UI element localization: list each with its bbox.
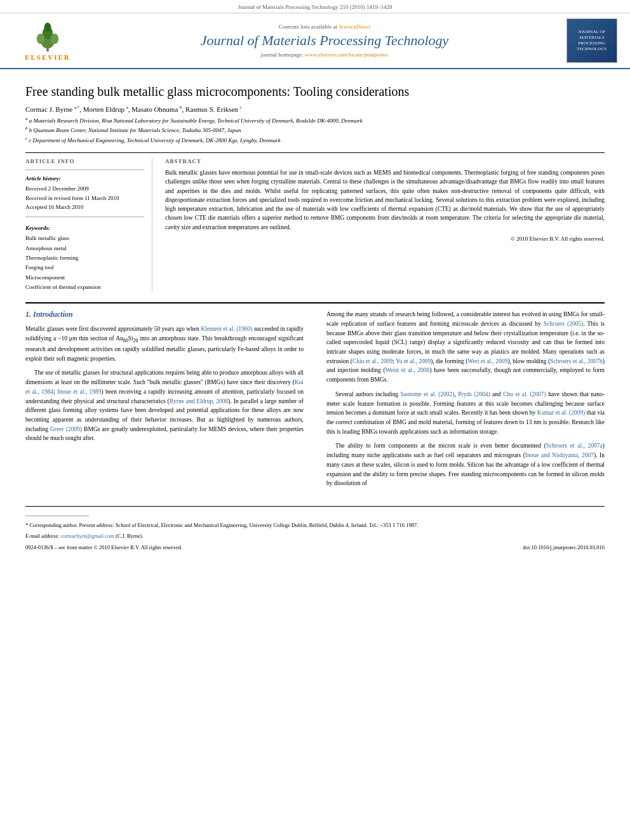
cover-text: JOURNAL OF MATERIALS PROCESSING TECHNOLO…	[567, 27, 617, 55]
received-date: Received 2 December 2009	[25, 184, 144, 193]
contents-label: Contents lists available at	[279, 23, 337, 30]
abstract-col: ABSTRACT Bulk metallic glasses have enor…	[165, 158, 605, 292]
journal-citation-text: Journal of Materials Processing Technolo…	[238, 4, 392, 10]
affiliation-a: a a Materials Research Division, Risø Na…	[25, 116, 605, 126]
divider2	[25, 217, 144, 217]
doi-text: doi:10.1016/j.jmatprotec.2010.03.016	[523, 544, 605, 550]
footer-section: * Corresponding author. Present address:…	[25, 506, 605, 550]
main-content: Free standing bulk metallic glass microc…	[0, 69, 630, 563]
article-info-abstract: ARTICLE INFO Article history: Received 2…	[25, 152, 605, 292]
body-para-3: Among the many strands of research being…	[326, 310, 605, 385]
page-wrapper: Journal of Materials Processing Technolo…	[0, 0, 630, 563]
copyright-line: © 2010 Elsevier B.V. All rights reserved…	[165, 236, 605, 242]
email-suffix: (C.J. Byrne).	[116, 533, 144, 539]
ref-schroers[interactable]: Schroers (2005)	[544, 321, 584, 327]
ref-greer[interactable]: Greer (2009)	[50, 426, 82, 432]
email-link[interactable]: cormacbyrn@gmail.com	[60, 533, 114, 539]
journal-homepage: journal homepage: www.elsevier.com/locat…	[89, 51, 560, 58]
ref-inoue-nishiyama[interactable]: Inoue and Nishiyama, 2007	[525, 452, 594, 458]
ref-chu[interactable]: Chu et al. (2007)	[503, 391, 546, 397]
elsevier-tree-icon	[29, 20, 67, 52]
keyword-6: Coefficient of thermal expansion	[25, 283, 144, 292]
keywords-title: Keywords:	[25, 225, 144, 231]
history-title: Article history:	[25, 175, 144, 182]
article-title: Free standing bulk metallic glass microc…	[25, 83, 605, 100]
body-para-4: Several authors including Saotome et al.…	[326, 390, 605, 437]
copyright-notice: 0924-0136/$ – see front matter © 2010 El…	[25, 544, 182, 550]
keyword-2: Amorphous metal	[25, 244, 144, 253]
footer-bottom: 0924-0136/$ – see front matter © 2010 El…	[25, 544, 605, 550]
email-line: E-mail address: cormacbyrn@gmail.com (C.…	[25, 532, 605, 540]
affiliation-b: b b Quantum Beam Center, National Instit…	[25, 125, 605, 135]
body-para-1: Metallic glasses were first discovered a…	[25, 324, 304, 363]
journal-title-area: Contents lists available at ScienceDirec…	[83, 23, 566, 58]
ref-weist[interactable]: Weist et al., 2008	[385, 367, 430, 373]
section1-title: 1. Introduction	[25, 310, 304, 319]
journal-title: Journal of Materials Processing Technolo…	[89, 32, 560, 49]
keyword-5: Microcomponent	[25, 273, 144, 283]
body-para-5: The ability to form components at the mi…	[326, 441, 605, 488]
homepage-label: journal homepage:	[261, 51, 304, 58]
keyword-4: Forging tool	[25, 263, 144, 272]
sciencedirect-link[interactable]: ScienceDirect	[338, 23, 370, 30]
journal-citation-bar: Journal of Materials Processing Technolo…	[0, 0, 630, 13]
ref-pryds[interactable]: Pryds (2004)	[458, 391, 490, 397]
ref-schroers2007b[interactable]: Schroers et al., 2007b	[550, 358, 603, 364]
body-section: 1. Introduction Metallic glasses were fi…	[25, 302, 605, 493]
body-right-col: Among the many strands of research being…	[321, 310, 605, 493]
body-left-col: 1. Introduction Metallic glasses were fi…	[25, 310, 309, 493]
ref-schroers2007a[interactable]: Schroers et al., 2007a	[546, 443, 603, 449]
corresponding-author-note: * Corresponding author. Present address:…	[25, 521, 605, 530]
body-para-2: The use of metallic glasses for structur…	[25, 368, 304, 443]
email-label: E-mail address:	[25, 533, 59, 539]
ref-yu[interactable]: Yu et al., 2009	[396, 358, 431, 364]
article-info-col: ARTICLE INFO Article history: Received 2…	[25, 158, 152, 292]
authors-text: Cormac J. Byrne a,*, Morten Eldrup a, Ma…	[25, 105, 242, 113]
ref-klement[interactable]: Klement et al. (1960)	[201, 326, 252, 332]
journal-header: ELSEVIER Contents lists available at Sci…	[0, 13, 630, 69]
svg-point-3	[44, 23, 51, 32]
ref-byrne[interactable]: Byrne and Eldrup, 2008	[170, 398, 229, 404]
elsevier-logo: ELSEVIER	[25, 20, 70, 61]
affiliation-c: c c Department of Mechanical Engineering…	[25, 135, 605, 145]
authors-line: Cormac J. Byrne a,*, Morten Eldrup a, Ma…	[25, 105, 605, 113]
ref-wert[interactable]: Wert et al., 2009	[467, 358, 507, 364]
footer-divider	[25, 516, 89, 516]
sciencedirect-line: Contents lists available at ScienceDirec…	[89, 23, 560, 30]
elsevier-text: ELSEVIER	[25, 53, 70, 61]
accepted-date: Accepted 16 March 2010	[25, 203, 144, 211]
divider	[25, 170, 144, 170]
ref-kumar[interactable]: Kumar et al. (2009)	[537, 410, 585, 416]
ref-inoue[interactable]: Inoue et al., 1989	[57, 389, 101, 395]
elsevier-logo-area: ELSEVIER	[13, 20, 83, 61]
article-info-header: ARTICLE INFO	[25, 158, 144, 164]
keyword-1: Bulk metallic glass	[25, 234, 144, 243]
homepage-url[interactable]: www.elsevier.com/locate/jmatprotec	[305, 51, 388, 58]
ref-chiu[interactable]: Chiu et al., 2009	[352, 358, 392, 364]
revised-date: Received in revised form 11 March 2010	[25, 194, 144, 203]
svg-point-5	[51, 34, 59, 44]
svg-point-4	[37, 34, 45, 44]
journal-cover-image: JOURNAL OF MATERIALS PROCESSING TECHNOLO…	[566, 18, 617, 63]
abstract-header: ABSTRACT	[165, 158, 605, 164]
abstract-text: Bulk metallic glasses have enormous pote…	[165, 168, 605, 232]
ref-saotome[interactable]: Saotome et al. (2002)	[401, 391, 455, 397]
affiliations: a a Materials Research Division, Risø Na…	[25, 116, 605, 145]
keyword-3: Thermoplastic forming	[25, 253, 144, 263]
